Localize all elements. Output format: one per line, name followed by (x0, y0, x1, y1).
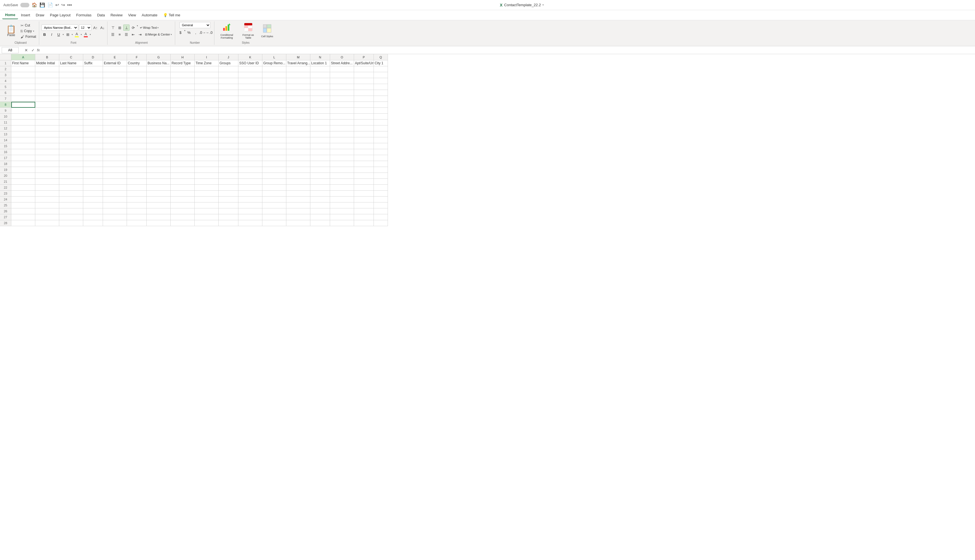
cell-i25[interactable] (195, 202, 219, 208)
cell-m21[interactable] (286, 179, 311, 185)
cell-b15[interactable] (35, 143, 59, 149)
cell-f6[interactable] (127, 90, 147, 96)
cell-b20[interactable] (35, 173, 59, 179)
cell-e20[interactable] (103, 173, 127, 179)
col-header-m[interactable]: M (286, 54, 311, 60)
cell-o1[interactable]: Street Addre... (330, 60, 354, 66)
cell-n4[interactable] (311, 78, 330, 84)
more-icon[interactable]: ••• (67, 3, 72, 8)
cell-c15[interactable] (59, 143, 83, 149)
cell-k2[interactable] (239, 66, 262, 72)
cell-n25[interactable] (311, 202, 330, 208)
cell-g20[interactable] (147, 173, 171, 179)
cell-i24[interactable] (195, 197, 219, 202)
cell-d8[interactable] (83, 102, 103, 108)
cell-o10[interactable] (330, 113, 354, 120)
cell-h6[interactable] (171, 90, 195, 96)
cell-o9[interactable] (330, 108, 354, 113)
cell-k21[interactable] (239, 179, 262, 185)
cell-j4[interactable] (219, 78, 239, 84)
cell-a4[interactable] (11, 78, 35, 84)
cell-i3[interactable] (195, 72, 219, 78)
cell-a15[interactable] (11, 143, 35, 149)
cell-h23[interactable] (171, 191, 195, 197)
merge-center-button[interactable]: ⊟ Merge & Center ▾ (144, 31, 173, 38)
cell-l9[interactable] (262, 108, 286, 113)
cell-b13[interactable] (35, 132, 59, 137)
cell-p19[interactable] (354, 167, 374, 173)
cell-g25[interactable] (147, 202, 171, 208)
cell-d24[interactable] (83, 197, 103, 202)
cell-a8[interactable] (11, 102, 35, 108)
cell-e1[interactable]: External ID (103, 60, 127, 66)
cell-a2[interactable] (11, 66, 35, 72)
cell-j18[interactable] (219, 161, 239, 167)
cell-k25[interactable] (239, 202, 262, 208)
cell-n13[interactable] (311, 132, 330, 137)
cell-p20[interactable] (354, 173, 374, 179)
cell-b8[interactable] (35, 102, 59, 108)
cell-o17[interactable] (330, 155, 354, 161)
cell-p14[interactable] (354, 137, 374, 143)
cell-b11[interactable] (35, 120, 59, 125)
cell-d6[interactable] (83, 90, 103, 96)
cell-k23[interactable] (239, 191, 262, 197)
cell-c24[interactable] (59, 197, 83, 202)
cell-c8[interactable] (59, 102, 83, 108)
cell-g23[interactable] (147, 191, 171, 197)
cell-e25[interactable] (103, 202, 127, 208)
cell-q25[interactable] (374, 202, 388, 208)
cell-b23[interactable] (35, 191, 59, 197)
cell-c19[interactable] (59, 167, 83, 173)
cell-a12[interactable] (11, 125, 35, 132)
cell-o16[interactable] (330, 149, 354, 155)
cell-o19[interactable] (330, 167, 354, 173)
cell-b14[interactable] (35, 137, 59, 143)
cell-d16[interactable] (83, 149, 103, 155)
cell-q17[interactable] (374, 155, 388, 161)
cell-f27[interactable] (127, 214, 147, 220)
cell-n23[interactable] (311, 191, 330, 197)
cell-m9[interactable] (286, 108, 311, 113)
cell-j16[interactable] (219, 149, 239, 155)
cell-o13[interactable] (330, 132, 354, 137)
cell-h25[interactable] (171, 202, 195, 208)
cell-q18[interactable] (374, 161, 388, 167)
cell-f3[interactable] (127, 72, 147, 78)
cell-h4[interactable] (171, 78, 195, 84)
cell-i15[interactable] (195, 143, 219, 149)
cell-m11[interactable] (286, 120, 311, 125)
cell-b26[interactable] (35, 208, 59, 214)
cell-c26[interactable] (59, 208, 83, 214)
cell-b12[interactable] (35, 125, 59, 132)
cell-e3[interactable] (103, 72, 127, 78)
percent-btn[interactable]: % (186, 29, 192, 35)
col-header-b[interactable]: B (35, 54, 59, 60)
col-header-e[interactable]: E (103, 54, 127, 60)
cell-h2[interactable] (171, 66, 195, 72)
cell-e27[interactable] (103, 214, 127, 220)
cell-g6[interactable] (147, 90, 171, 96)
increase-font-btn[interactable]: A↑ (92, 25, 99, 31)
cell-h21[interactable] (171, 179, 195, 185)
cell-c13[interactable] (59, 132, 83, 137)
cell-b6[interactable] (35, 90, 59, 96)
cell-j11[interactable] (219, 120, 239, 125)
cell-n24[interactable] (311, 197, 330, 202)
cell-l19[interactable] (262, 167, 286, 173)
cell-e4[interactable] (103, 78, 127, 84)
cell-d12[interactable] (83, 125, 103, 132)
cell-e19[interactable] (103, 167, 127, 173)
cell-c28[interactable] (59, 220, 83, 226)
cell-l4[interactable] (262, 78, 286, 84)
cell-p25[interactable] (354, 202, 374, 208)
cell-b9[interactable] (35, 108, 59, 113)
align-center-btn[interactable]: ≡ (117, 31, 123, 38)
cell-m7[interactable] (286, 96, 311, 102)
cell-l5[interactable] (262, 84, 286, 90)
format-painter-button[interactable]: 🖌 Format (20, 34, 37, 40)
cell-d7[interactable] (83, 96, 103, 102)
cell-e15[interactable] (103, 143, 127, 149)
cell-m3[interactable] (286, 72, 311, 78)
cell-g3[interactable] (147, 72, 171, 78)
